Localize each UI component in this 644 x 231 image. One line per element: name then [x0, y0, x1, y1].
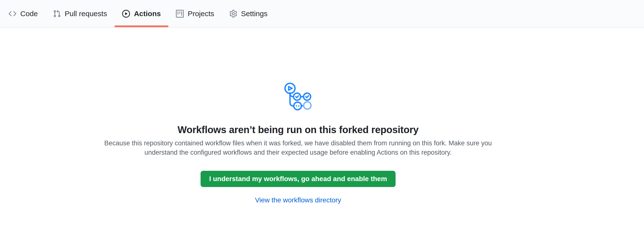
- tab-label: Projects: [188, 10, 214, 18]
- view-workflows-directory-link[interactable]: View the workflows directory: [255, 196, 341, 204]
- workflow-graph-icon: [284, 82, 312, 111]
- tab-settings[interactable]: Settings: [222, 0, 275, 27]
- repo-tab-bar: Code Pull requests Actions Projects Sett…: [0, 0, 644, 28]
- project-board-icon: [176, 10, 184, 18]
- tab-code[interactable]: Code: [1, 0, 46, 27]
- tab-label: Pull requests: [65, 10, 107, 18]
- workflows-disabled-blankslate: Workflows aren’t being run on this forke…: [0, 28, 596, 204]
- play-circle-icon: [122, 10, 130, 18]
- enable-button-row: I understand my workflows, go ahead and …: [0, 157, 596, 187]
- tab-label: Actions: [134, 10, 161, 18]
- actions-disabled-page: Workflows aren’t being run on this forke…: [0, 28, 596, 204]
- tab-actions[interactable]: Actions: [114, 0, 168, 27]
- tab-label: Settings: [241, 10, 268, 18]
- code-icon: [8, 10, 16, 18]
- tab-projects[interactable]: Projects: [168, 0, 222, 27]
- workflows-link-row: View the workflows directory: [0, 196, 596, 204]
- enable-workflows-button[interactable]: I understand my workflows, go ahead and …: [200, 171, 396, 187]
- gear-icon: [230, 10, 237, 18]
- blankslate-description: Because this repository contained workfl…: [96, 138, 500, 157]
- tab-pull-requests[interactable]: Pull requests: [46, 0, 114, 27]
- pull-request-icon: [53, 10, 61, 18]
- page-title: Workflows aren’t being run on this forke…: [0, 124, 596, 136]
- tab-label: Code: [20, 10, 38, 18]
